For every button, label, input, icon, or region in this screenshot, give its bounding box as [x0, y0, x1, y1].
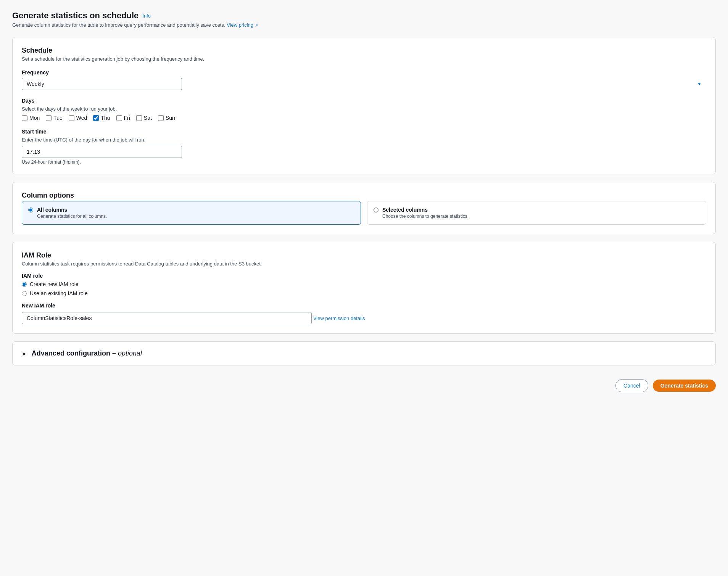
start-time-sublabel: Enter the time (UTC) of the day for when…	[22, 137, 706, 143]
advanced-configuration-section[interactable]: ► Advanced configuration – optional	[12, 341, 716, 365]
days-label: Days	[22, 98, 706, 104]
schedule-section: Schedule Set a schedule for the statisti…	[12, 37, 716, 174]
existing-iam-role-radio[interactable]	[22, 291, 27, 296]
page-subtitle: Generate column statistics for the table…	[12, 22, 716, 28]
day-mon-label: Mon	[29, 115, 40, 121]
day-mon-checkbox[interactable]	[22, 115, 27, 121]
frequency-field: Frequency Hourly Daily Weekly Monthly Cu…	[22, 69, 706, 90]
iam-role-label: IAM role	[22, 273, 706, 279]
day-thu-label: Thu	[101, 115, 110, 121]
day-sat[interactable]: Sat	[136, 115, 152, 121]
column-options-section: Column options All columns Generate stat…	[12, 182, 716, 234]
start-time-label: Start time	[22, 129, 706, 135]
day-thu-checkbox[interactable]	[93, 115, 99, 121]
column-options-title: Column options	[22, 191, 706, 200]
start-time-field: Start time Enter the time (UTC) of the d…	[22, 129, 706, 165]
new-iam-role-label: New IAM role	[22, 302, 706, 309]
all-columns-radio[interactable]	[28, 208, 33, 212]
create-new-iam-role-label: Create new IAM role	[30, 281, 79, 287]
days-field: Days Select the days of the week to run …	[22, 98, 706, 121]
selected-columns-title: Selected columns	[382, 207, 469, 213]
view-pricing-link[interactable]: View pricing	[227, 22, 258, 28]
advanced-configuration-title: Advanced configuration – optional	[32, 349, 142, 357]
days-sublabel: Select the days of the week to run your …	[22, 106, 706, 112]
selected-columns-option[interactable]: Selected columns Choose the columns to g…	[367, 201, 706, 225]
create-new-iam-role-option[interactable]: Create new IAM role	[22, 281, 706, 287]
generate-statistics-button[interactable]: Generate statistics	[653, 380, 716, 392]
days-row: Mon Tue Wed Thu Fri Sat	[22, 115, 706, 121]
all-columns-desc: Generate statistics for all columns.	[37, 214, 107, 219]
day-tue-checkbox[interactable]	[46, 115, 52, 121]
all-columns-title: All columns	[37, 207, 107, 213]
frequency-select[interactable]: Hourly Daily Weekly Monthly Custom	[22, 78, 182, 90]
column-options-row: All columns Generate statistics for all …	[22, 201, 706, 225]
info-link[interactable]: Info	[142, 13, 151, 19]
iam-role-description: Column statistics task requires permissi…	[22, 261, 706, 267]
day-mon[interactable]: Mon	[22, 115, 40, 121]
start-time-input[interactable]	[22, 146, 182, 158]
page-header: Generate statistics on schedule Info Gen…	[12, 11, 716, 28]
day-fri-label: Fri	[124, 115, 130, 121]
cancel-button[interactable]: Cancel	[615, 379, 648, 392]
page-title: Generate statistics on schedule	[12, 11, 139, 21]
day-sat-checkbox[interactable]	[136, 115, 142, 121]
day-wed-label: Wed	[76, 115, 87, 121]
day-fri-checkbox[interactable]	[116, 115, 122, 121]
day-fri[interactable]: Fri	[116, 115, 130, 121]
footer-bar: Cancel Generate statistics	[12, 373, 716, 394]
iam-role-radio-group: Create new IAM role Use an existing IAM …	[22, 281, 706, 296]
selected-columns-radio[interactable]	[374, 208, 378, 212]
day-sun-label: Sun	[166, 115, 175, 121]
day-thu[interactable]: Thu	[93, 115, 110, 121]
existing-iam-role-label: Use an existing IAM role	[30, 290, 88, 296]
existing-iam-role-option[interactable]: Use an existing IAM role	[22, 290, 706, 296]
day-wed-checkbox[interactable]	[69, 115, 74, 121]
all-columns-option[interactable]: All columns Generate statistics for all …	[22, 201, 361, 225]
day-tue[interactable]: Tue	[46, 115, 63, 121]
create-new-iam-role-radio[interactable]	[22, 282, 27, 287]
triangle-right-icon: ►	[22, 351, 27, 357]
schedule-description: Set a schedule for the statistics genera…	[22, 56, 706, 62]
new-iam-role-input[interactable]	[22, 312, 312, 324]
iam-role-title: IAM Role	[22, 251, 706, 259]
day-sun-checkbox[interactable]	[158, 115, 164, 121]
iam-role-section: IAM Role Column statistics task requires…	[12, 242, 716, 334]
day-tue-label: Tue	[53, 115, 63, 121]
selected-columns-desc: Choose the columns to generate statistic…	[382, 214, 469, 219]
day-sun[interactable]: Sun	[158, 115, 175, 121]
view-permission-details-link[interactable]: View permission details	[313, 315, 365, 321]
schedule-title: Schedule	[22, 47, 706, 55]
day-sat-label: Sat	[144, 115, 152, 121]
time-hint: Use 24-hour format (hh:mm).	[22, 159, 706, 165]
chevron-down-icon: ▼	[697, 81, 702, 87]
frequency-label: Frequency	[22, 69, 706, 76]
day-wed[interactable]: Wed	[69, 115, 87, 121]
